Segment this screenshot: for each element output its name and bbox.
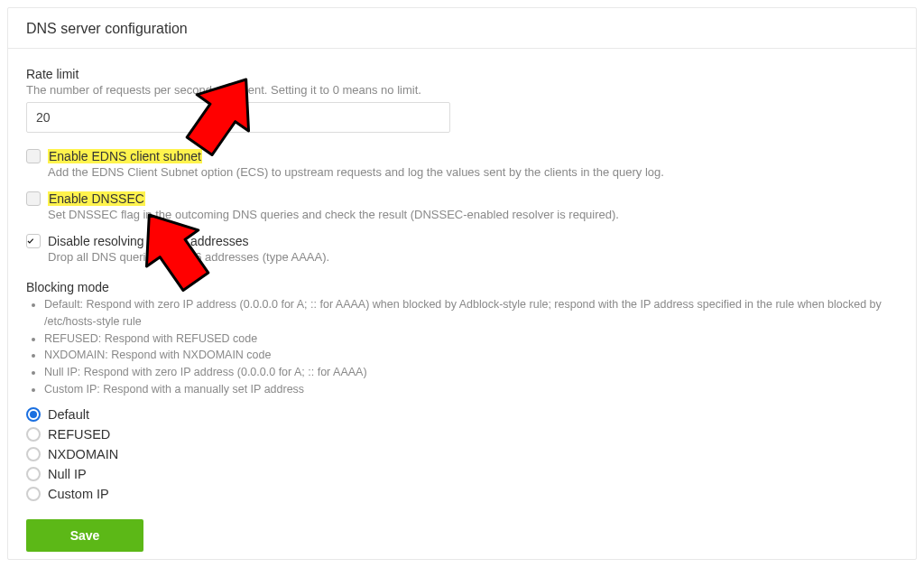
radio-nxdomain[interactable]: NXDOMAIN [26, 447, 898, 461]
disable-ipv6-label[interactable]: Disable resolving of IPv6 addresses [48, 234, 249, 248]
enable-edns-row: Enable EDNS client subnet Add the EDNS C… [26, 149, 898, 179]
enable-edns-checkbox[interactable] [26, 149, 41, 163]
card-header: DNS server configuration [8, 8, 916, 49]
rate-limit-field: Rate limit The number of requests per se… [26, 67, 898, 133]
save-button[interactable]: Save [26, 519, 143, 552]
blocking-mode-descriptions: Default: Respond with zero IP address (0… [26, 296, 898, 398]
rate-limit-label: Rate limit [26, 67, 898, 81]
radio-default[interactable]: Default [26, 407, 898, 422]
enable-dnssec-checkbox[interactable] [26, 191, 41, 206]
blocking-desc-item: Custom IP: Respond with a manually set I… [44, 381, 898, 398]
radio-nullip-label: Null IP [48, 467, 87, 481]
disable-ipv6-checkbox[interactable] [26, 234, 41, 248]
page-title: DNS server configuration [26, 21, 898, 37]
enable-dnssec-row: Enable DNSSEC Set DNSSEC flag in the out… [26, 191, 898, 221]
radio-nxdomain-label: NXDOMAIN [48, 447, 118, 461]
radio-refused-label: REFUSED [48, 427, 110, 442]
dns-config-card: DNS server configuration Rate limit The … [7, 7, 917, 560]
blocking-desc-item: REFUSED: Respond with REFUSED code [44, 331, 898, 348]
check-icon [27, 236, 34, 247]
enable-edns-desc: Add the EDNS Client Subnet option (ECS) … [48, 165, 898, 179]
blocking-mode-label: Blocking mode [26, 280, 898, 294]
radio-nullip-indicator[interactable] [26, 467, 41, 481]
enable-dnssec-label[interactable]: Enable DNSSEC [48, 191, 145, 206]
radio-customip-indicator[interactable] [26, 487, 41, 501]
radio-nxdomain-indicator[interactable] [26, 447, 41, 461]
radio-refused[interactable]: REFUSED [26, 427, 898, 442]
radio-nullip[interactable]: Null IP [26, 467, 898, 481]
blocking-desc-item: Default: Respond with zero IP address (0… [44, 296, 898, 331]
disable-ipv6-desc: Drop all DNS queries for IPv6 addresses … [48, 250, 898, 264]
enable-edns-label[interactable]: Enable EDNS client subnet [48, 149, 202, 163]
radio-refused-indicator[interactable] [26, 427, 41, 442]
disable-ipv6-row: Disable resolving of IPv6 addresses Drop… [26, 234, 898, 264]
rate-limit-input[interactable] [26, 102, 450, 133]
radio-customip[interactable]: Custom IP [26, 487, 898, 501]
blocking-desc-item: NXDOMAIN: Respond with NXDOMAIN code [44, 347, 898, 364]
blocking-desc-item: Null IP: Respond with zero IP address (0… [44, 364, 898, 381]
radio-default-indicator[interactable] [26, 407, 41, 422]
radio-default-label: Default [48, 407, 89, 422]
enable-dnssec-desc: Set DNSSEC flag in the outcoming DNS que… [48, 208, 898, 221]
card-body: Rate limit The number of requests per se… [8, 49, 916, 567]
rate-limit-desc: The number of requests per second allo c… [26, 83, 898, 97]
radio-customip-label: Custom IP [48, 487, 109, 501]
